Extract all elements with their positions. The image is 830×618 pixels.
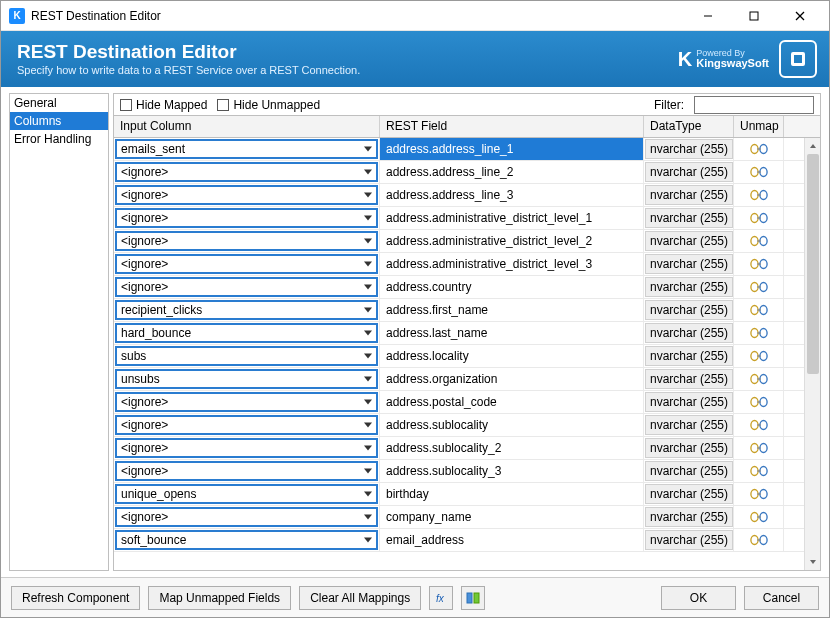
table-row[interactable]: <ignore>address.address_line_2nvarchar (… bbox=[114, 161, 820, 184]
table-row[interactable]: emails_sentaddress.address_line_1nvarcha… bbox=[114, 138, 820, 161]
input-column-dropdown[interactable]: subs bbox=[115, 346, 378, 366]
svg-point-14 bbox=[759, 214, 766, 223]
header-unmap[interactable]: Unmap bbox=[734, 116, 784, 137]
map-unmapped-fields-button[interactable]: Map Unmapped Fields bbox=[148, 586, 291, 610]
input-column-dropdown[interactable]: unsubs bbox=[115, 369, 378, 389]
table-row[interactable]: <ignore>address.administrative_district_… bbox=[114, 230, 820, 253]
datatype-cell: nvarchar (255) bbox=[645, 277, 733, 297]
close-button[interactable] bbox=[777, 2, 823, 30]
svg-point-5 bbox=[759, 145, 766, 154]
unmap-button[interactable] bbox=[750, 418, 768, 432]
table-row[interactable]: <ignore>address.sublocality_2nvarchar (2… bbox=[114, 437, 820, 460]
documentation-button[interactable] bbox=[779, 40, 817, 78]
clear-all-mappings-button[interactable]: Clear All Mappings bbox=[299, 586, 421, 610]
unmap-button[interactable] bbox=[750, 142, 768, 156]
input-column-dropdown[interactable]: <ignore> bbox=[115, 162, 378, 182]
table-row[interactable]: unique_opensbirthdaynvarchar (255) bbox=[114, 483, 820, 506]
unmap-button[interactable] bbox=[750, 234, 768, 248]
datatype-cell: nvarchar (255) bbox=[645, 323, 733, 343]
chevron-down-icon bbox=[809, 558, 817, 566]
table-row[interactable]: <ignore>address.sublocalitynvarchar (255… bbox=[114, 414, 820, 437]
input-column-dropdown[interactable]: <ignore> bbox=[115, 208, 378, 228]
columns-icon bbox=[466, 591, 480, 605]
unmap-button[interactable] bbox=[750, 372, 768, 386]
input-column-dropdown[interactable]: <ignore> bbox=[115, 392, 378, 412]
scroll-thumb[interactable] bbox=[807, 154, 819, 374]
unmap-button[interactable] bbox=[750, 303, 768, 317]
rest-field-cell: address.administrative_district_level_2 bbox=[380, 230, 644, 252]
unmap-button[interactable] bbox=[750, 510, 768, 524]
datatype-cell: nvarchar (255) bbox=[645, 208, 733, 228]
ok-button[interactable]: OK bbox=[661, 586, 736, 610]
hide-unmapped-checkbox[interactable]: Hide Unmapped bbox=[217, 98, 320, 112]
filter-label: Filter: bbox=[654, 98, 684, 112]
unmap-button[interactable] bbox=[750, 487, 768, 501]
input-column-dropdown[interactable]: <ignore> bbox=[115, 277, 378, 297]
svg-point-4 bbox=[750, 145, 757, 154]
input-column-dropdown[interactable]: <ignore> bbox=[115, 185, 378, 205]
checkbox-icon bbox=[217, 99, 229, 111]
unmap-button[interactable] bbox=[750, 349, 768, 363]
unmap-button[interactable] bbox=[750, 441, 768, 455]
unmap-button[interactable] bbox=[750, 188, 768, 202]
input-column-dropdown[interactable]: hard_bounce bbox=[115, 323, 378, 343]
input-column-dropdown[interactable]: unique_opens bbox=[115, 484, 378, 504]
unmap-button[interactable] bbox=[750, 533, 768, 547]
table-row[interactable]: <ignore>address.countrynvarchar (255) bbox=[114, 276, 820, 299]
header-rest-field[interactable]: REST Field bbox=[380, 116, 644, 137]
svg-point-23 bbox=[759, 283, 766, 292]
maximize-button[interactable] bbox=[731, 2, 777, 30]
table-row[interactable]: subsaddress.localitynvarchar (255) bbox=[114, 345, 820, 368]
input-column-dropdown[interactable]: emails_sent bbox=[115, 139, 378, 159]
rest-field-cell: address.locality bbox=[380, 345, 644, 367]
datatype-cell: nvarchar (255) bbox=[645, 300, 733, 320]
input-column-dropdown[interactable]: soft_bounce bbox=[115, 530, 378, 550]
unmap-button[interactable] bbox=[750, 165, 768, 179]
table-row[interactable]: recipient_clicksaddress.first_namenvarch… bbox=[114, 299, 820, 322]
input-column-dropdown[interactable]: <ignore> bbox=[115, 461, 378, 481]
filter-input[interactable] bbox=[694, 96, 814, 114]
table-row[interactable]: <ignore>address.postal_codenvarchar (255… bbox=[114, 391, 820, 414]
header-datatype[interactable]: DataType bbox=[644, 116, 734, 137]
unmap-button[interactable] bbox=[750, 395, 768, 409]
expression-editor-button[interactable]: fx bbox=[429, 586, 453, 610]
unmap-button[interactable] bbox=[750, 464, 768, 478]
table-row[interactable]: <ignore>address.sublocality_3nvarchar (2… bbox=[114, 460, 820, 483]
unmap-button[interactable] bbox=[750, 257, 768, 271]
table-row[interactable]: <ignore>company_namenvarchar (255) bbox=[114, 506, 820, 529]
rest-field-cell: address.address_line_3 bbox=[380, 184, 644, 206]
table-row[interactable]: soft_bounceemail_addressnvarchar (255) bbox=[114, 529, 820, 552]
input-column-dropdown[interactable]: recipient_clicks bbox=[115, 300, 378, 320]
header-input-column[interactable]: Input Column bbox=[114, 116, 380, 137]
sidebar-item-columns[interactable]: Columns bbox=[10, 112, 108, 130]
input-column-dropdown[interactable]: <ignore> bbox=[115, 438, 378, 458]
refresh-component-button[interactable]: Refresh Component bbox=[11, 586, 140, 610]
svg-point-46 bbox=[750, 467, 757, 476]
sidebar-item-general[interactable]: General bbox=[10, 94, 108, 112]
input-column-dropdown[interactable]: <ignore> bbox=[115, 231, 378, 251]
column-chooser-button[interactable] bbox=[461, 586, 485, 610]
unmap-button[interactable] bbox=[750, 326, 768, 340]
hide-mapped-label: Hide Mapped bbox=[136, 98, 207, 112]
unmap-button[interactable] bbox=[750, 211, 768, 225]
sidebar-item-error-handling[interactable]: Error Handling bbox=[10, 130, 108, 148]
input-column-dropdown[interactable]: <ignore> bbox=[115, 415, 378, 435]
table-row[interactable]: <ignore>address.address_line_3nvarchar (… bbox=[114, 184, 820, 207]
unmap-button[interactable] bbox=[750, 280, 768, 294]
input-column-dropdown[interactable]: <ignore> bbox=[115, 254, 378, 274]
table-row[interactable]: hard_bounceaddress.last_namenvarchar (25… bbox=[114, 322, 820, 345]
vertical-scrollbar[interactable] bbox=[804, 138, 820, 570]
scroll-up-button[interactable] bbox=[805, 138, 821, 154]
rest-field-cell: address.sublocality_3 bbox=[380, 460, 644, 482]
table-row[interactable]: unsubsaddress.organizationnvarchar (255) bbox=[114, 368, 820, 391]
svg-point-52 bbox=[750, 513, 757, 522]
minimize-button[interactable] bbox=[685, 2, 731, 30]
svg-point-32 bbox=[759, 352, 766, 361]
table-row[interactable]: <ignore>address.administrative_district_… bbox=[114, 207, 820, 230]
table-row[interactable]: <ignore>address.administrative_district_… bbox=[114, 253, 820, 276]
cancel-button[interactable]: Cancel bbox=[744, 586, 819, 610]
hide-mapped-checkbox[interactable]: Hide Mapped bbox=[120, 98, 207, 112]
scroll-down-button[interactable] bbox=[805, 554, 821, 570]
input-column-dropdown[interactable]: <ignore> bbox=[115, 507, 378, 527]
chevron-up-icon bbox=[809, 142, 817, 150]
